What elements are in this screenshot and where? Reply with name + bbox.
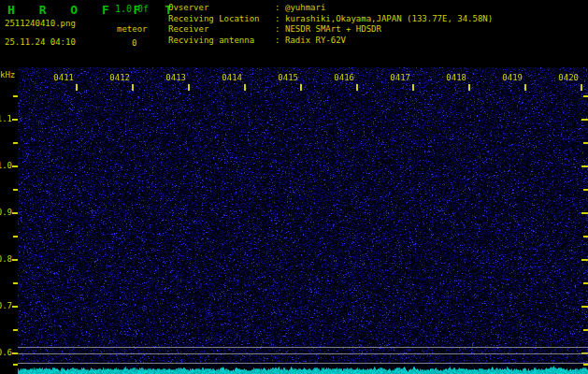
y-axis-right-minor-tick (583, 236, 588, 237)
x-axis-minute-tick (356, 84, 358, 91)
x-axis-minute-tick (412, 84, 414, 91)
x-axis-minute-tick (524, 84, 526, 91)
y-axis-unit-label: kHz (0, 70, 15, 79)
x-axis-minute-tick (244, 84, 246, 91)
reference-line (18, 353, 588, 354)
hrofft-screen: { "header": { "title": "H R O F F T", "v… (0, 0, 588, 374)
x-axis-minute-tick (468, 84, 470, 91)
y-axis-minor-tick (13, 236, 18, 237)
y-axis-label: 0.8 (0, 254, 12, 264)
x-axis-time-label: 0418 (440, 73, 466, 82)
y-axis-minor-tick (13, 95, 18, 97)
x-axis-time-label: 0419 (496, 73, 523, 82)
y-axis-minor-tick (13, 329, 18, 331)
x-axis-time-label: 0416 (328, 73, 354, 82)
y-axis-right-minor-tick (583, 142, 588, 144)
y-axis-right-minor-tick (583, 95, 588, 97)
y-axis-minor-tick (13, 364, 18, 366)
x-axis-minute-tick (132, 84, 134, 91)
y-axis-right-major-tick (581, 212, 588, 214)
reference-line (18, 347, 588, 348)
x-axis-time-label: 0411 (48, 73, 74, 82)
y-axis-label: 0.6 (0, 348, 12, 357)
y-axis-major-tick (12, 306, 18, 308)
x-axis-minute-tick (188, 84, 190, 91)
x-axis-minute-tick (76, 84, 78, 91)
y-axis-label: 0.9 (0, 208, 12, 217)
x-axis-time-label: 0415 (272, 73, 298, 82)
x-axis-time-label: 0417 (384, 73, 410, 82)
y-axis-major-tick (12, 259, 18, 261)
y-axis-major-tick (12, 212, 18, 214)
x-axis-minute-tick (300, 84, 302, 91)
y-axis-right-minor-tick (583, 282, 588, 284)
y-axis-major-tick (12, 165, 18, 167)
x-axis-time-label: 0412 (104, 73, 130, 82)
y-axis-label: 1.1 (0, 114, 12, 123)
spectrogram-noise-canvas (18, 67, 588, 374)
x-axis-time-label: 0414 (216, 73, 242, 82)
y-axis-minor-tick (13, 189, 18, 191)
y-axis-right-major-tick (581, 119, 588, 121)
x-axis-time-label: 0420 (552, 73, 579, 82)
y-axis-right-minor-tick (583, 364, 588, 366)
y-axis-minor-tick (13, 282, 18, 284)
y-axis-right-major-tick (581, 306, 588, 308)
x-axis-time-label: 0413 (160, 73, 186, 82)
y-axis-right-major-tick (581, 165, 588, 167)
y-axis-right-minor-tick (583, 329, 588, 331)
y-axis-right-major-tick (581, 259, 588, 261)
y-axis-right-minor-tick (583, 189, 588, 191)
x-axis-minute-tick (581, 84, 582, 91)
y-axis-major-tick (12, 119, 18, 121)
y-axis-minor-tick (13, 142, 18, 144)
spectrogram-plot: kHz 1.11.00.90.80.70.6041104120413041404… (0, 0, 588, 374)
y-axis-label: 0.7 (0, 301, 12, 310)
y-axis-label: 1.0 (0, 161, 12, 170)
reference-line (18, 363, 588, 364)
